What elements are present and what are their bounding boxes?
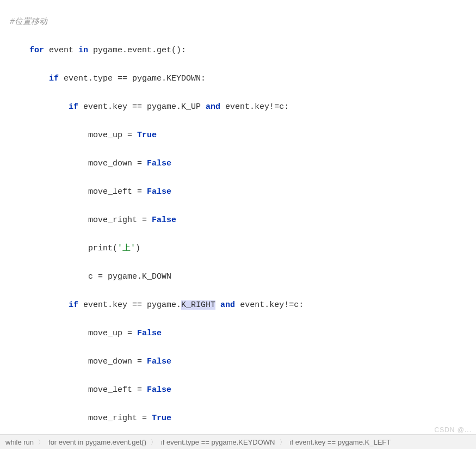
code-line: for event in pygame.event.get(): xyxy=(5,44,476,58)
text-selection: K_RIGHT xyxy=(181,300,215,310)
code-line: move_left = False xyxy=(5,185,476,199)
chevron-right-icon: 〉 xyxy=(38,438,44,446)
code-line: print('上') xyxy=(5,242,476,256)
breadcrumb-item[interactable]: while run xyxy=(5,438,34,446)
code-line: move_down = False xyxy=(5,355,476,369)
breadcrumb: while run 〉 for event in pygame.event.ge… xyxy=(0,434,476,449)
code-line: #位置移动 xyxy=(5,15,476,29)
code-editor[interactable]: #位置移动 for event in pygame.event.get(): i… xyxy=(0,0,476,449)
code-line: move_down = False xyxy=(5,157,476,171)
code-line: if event.type == pygame.KEYDOWN: xyxy=(5,72,476,86)
chevron-right-icon: 〉 xyxy=(280,438,286,446)
code-line: move_right = True xyxy=(5,411,476,426)
code-line: move_up = False xyxy=(5,327,476,341)
code-line: move_right = False xyxy=(5,213,476,227)
breadcrumb-item[interactable]: if event.type == pygame.KEYDOWN xyxy=(161,438,275,446)
chevron-right-icon: 〉 xyxy=(151,438,157,446)
code-line: c = pygame.K_DOWN xyxy=(5,270,476,284)
breadcrumb-item[interactable]: if event.key == pygame.K_LEFT xyxy=(290,438,391,446)
code-line: move_up = True xyxy=(5,128,476,143)
code-line: if event.key == pygame.K_UP and event.ke… xyxy=(5,100,476,114)
code-line: move_left = False xyxy=(5,383,476,397)
breadcrumb-item[interactable]: for event in pygame.event.get() xyxy=(48,438,146,446)
code-line: if event.key == pygame.K_RIGHT and event… xyxy=(5,298,476,312)
watermark: CSDN @... xyxy=(434,426,472,434)
